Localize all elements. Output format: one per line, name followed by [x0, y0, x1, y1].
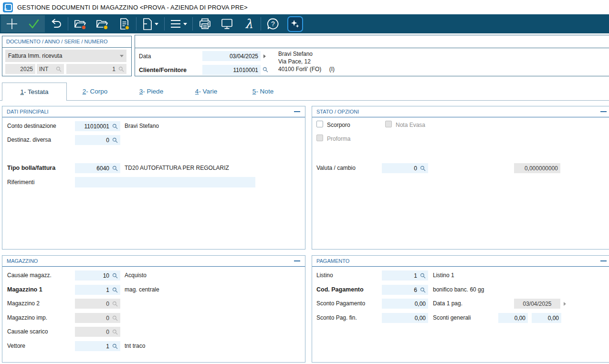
search-icon	[112, 329, 118, 335]
help-button[interactable]: ?	[262, 15, 284, 32]
plus-icon	[5, 17, 19, 31]
calendar-arrow-icon	[564, 302, 566, 306]
document-yellow-icon	[118, 18, 130, 31]
vettore-field[interactable]: 1	[75, 341, 120, 351]
cambio-field: 0,000000000	[514, 163, 560, 173]
new-button[interactable]	[1, 15, 23, 32]
open-folder-yellow-icon	[95, 18, 109, 30]
listino-desc: Listino 1	[433, 272, 454, 279]
panel-pagamento: PAGAMENTO Listino 1 Listino 1 Cod. Pagam…	[312, 255, 609, 363]
sconto-pagamento-field[interactable]: 0,00	[382, 299, 428, 309]
listino-label: Listino	[316, 272, 333, 279]
valuta-field[interactable]: 0	[382, 163, 428, 173]
destinaz-diversa-field[interactable]: 0	[75, 135, 120, 145]
address-line-3: 40100 Forli' (FO) (I)	[278, 65, 335, 73]
toolbar-separator	[192, 17, 193, 31]
help-icon: ?	[266, 17, 280, 31]
preview-button[interactable]	[216, 15, 238, 32]
search-icon	[112, 301, 118, 307]
calendar-arrow-icon[interactable]	[263, 54, 266, 58]
sconto-pag-fin-field[interactable]: 0,00	[382, 313, 428, 323]
listino-field[interactable]: 1	[382, 270, 428, 281]
document-button[interactable]	[113, 15, 135, 32]
date-field[interactable]: 03/04/2025	[202, 51, 261, 61]
panel-title: STATO / OPZIONI	[316, 109, 359, 114]
date-label: Data	[139, 53, 151, 60]
undo-button[interactable]	[45, 15, 67, 32]
toolbar-separator	[164, 17, 165, 31]
conto-destinazione-label: Conto destinazione	[7, 123, 56, 129]
new-document-menu-button[interactable]	[137, 15, 163, 32]
causale-scarico-field: 0	[75, 327, 120, 337]
divider	[2, 47, 131, 48]
search-icon[interactable]	[112, 124, 118, 129]
open-recent-button[interactable]	[69, 15, 91, 32]
causale-magazz-field[interactable]: 10	[75, 270, 120, 281]
customer-supplier-value: 11010001	[233, 67, 259, 73]
ai-assistant-button[interactable]	[284, 15, 306, 32]
options-menu-button[interactable]	[166, 15, 191, 32]
tab-note[interactable]: 5 - Note	[233, 82, 293, 100]
proforma-checkbox	[316, 135, 323, 141]
search-icon[interactable]	[112, 287, 118, 293]
search-icon[interactable]	[420, 166, 426, 171]
divider	[312, 117, 609, 117]
search-icon[interactable]	[112, 166, 118, 171]
conto-destinazione-field[interactable]: 11010001	[75, 121, 120, 131]
divider	[135, 48, 609, 48]
address-line-2: Via Pace, 12	[278, 58, 335, 65]
magazzino-imp-label: Magazzino imp.	[7, 314, 47, 321]
magazzino1-field[interactable]: 1	[75, 285, 120, 295]
series-field: INT	[37, 64, 64, 74]
valuta-cambio-label: Valuta / cambio	[316, 165, 356, 171]
divider	[2, 117, 305, 117]
date-value: 03/04/2025	[230, 53, 258, 60]
collapse-panel-button[interactable]	[600, 111, 607, 112]
address-line-1: Bravi Stefano	[278, 50, 335, 58]
document-type-value: Fattura Imm. ricevuta	[8, 52, 62, 59]
tipo-bolla-field[interactable]: 6040	[75, 163, 120, 173]
sconti-generali-field-2[interactable]: 0,00	[532, 313, 561, 323]
tab-varie[interactable]: 4- Varie	[179, 82, 233, 100]
riferimenti-field[interactable]	[75, 177, 255, 187]
tab-piede[interactable]: 3 - Piede	[123, 82, 179, 100]
cod-pagamento-field[interactable]: 6	[382, 285, 428, 295]
number-field: 1	[66, 64, 126, 74]
scorporo-checkbox[interactable]	[316, 121, 323, 127]
search-icon[interactable]	[112, 273, 118, 279]
search-icon[interactable]	[262, 67, 268, 73]
nota-evasa-label: Nota Evasa	[396, 122, 425, 128]
document-type-dropdown[interactable]: Fattura Imm. ricevuta	[5, 50, 126, 62]
customer-supplier-field[interactable]: 11010001	[202, 65, 261, 75]
document-selector-box: DOCUMENTO / ANNO / SERIE / NUMERO Fattur…	[2, 36, 132, 76]
confirm-button[interactable]	[23, 15, 45, 32]
customer-supplier-label: Cliente/Fornitore	[139, 67, 187, 73]
pdf-export-button[interactable]: λ	[238, 15, 260, 32]
printer-icon	[199, 18, 211, 30]
dropdown-caret-icon	[183, 23, 187, 25]
collapse-panel-button[interactable]	[294, 111, 300, 112]
collapse-panel-button[interactable]	[600, 260, 607, 261]
tab-strip: 1 - Testata 2 - Corpo 3 - Piede 4- Varie…	[0, 82, 609, 101]
open-button[interactable]	[91, 15, 113, 32]
sconti-generali-field-1[interactable]: 0,00	[498, 313, 528, 323]
search-icon[interactable]	[112, 137, 118, 143]
main-toolbar: λ ?	[0, 14, 609, 33]
toolbar-separator	[136, 17, 136, 31]
tab-corpo[interactable]: 2 - Corpo	[67, 82, 123, 100]
monitor-icon	[220, 18, 233, 30]
sconto-pag-fin-label: Sconto Pag. fin.	[316, 314, 357, 321]
tab-testata[interactable]: 1 - Testata	[2, 83, 67, 101]
collapse-panel-button[interactable]	[294, 260, 300, 261]
year-field: 2025	[5, 64, 35, 74]
search-icon[interactable]	[420, 287, 426, 293]
sparkle-icon	[287, 16, 303, 32]
tipo-bolla-desc: TD20 AUTOFATTURA PER REGOLARIZ	[125, 165, 229, 171]
search-icon[interactable]	[112, 343, 118, 349]
panel-title: MAGAZZINO	[7, 258, 38, 264]
destinaz-diversa-label: Destinaz. diversa	[7, 136, 51, 143]
print-button[interactable]	[194, 15, 216, 32]
search-icon[interactable]	[420, 273, 426, 279]
menu-lines-icon	[170, 19, 181, 29]
divider	[312, 266, 609, 267]
